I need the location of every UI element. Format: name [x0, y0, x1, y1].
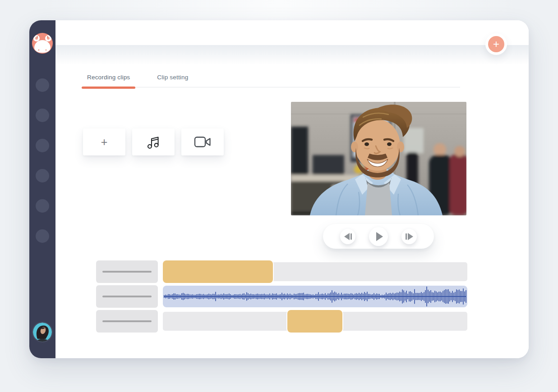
tab-active-indicator [82, 87, 135, 89]
audio-waveform-clip[interactable] [163, 286, 467, 307]
video-preview [291, 102, 466, 215]
timeline-clip[interactable] [287, 310, 342, 333]
track-lane [163, 260, 467, 283]
add-clip-button[interactable]: + [83, 128, 125, 155]
top-bar-shadow [55, 45, 529, 65]
plus-icon: + [101, 137, 108, 148]
timeline-row [96, 310, 467, 333]
tab-label: Recording clips [87, 74, 130, 81]
skip-forward-icon [408, 233, 413, 240]
track-lane [163, 310, 467, 333]
add-music-button[interactable] [132, 128, 175, 155]
video-camera-icon [194, 135, 212, 149]
skip-back-button[interactable] [340, 229, 355, 244]
plus-icon: + [493, 36, 499, 52]
timeline [96, 260, 467, 335]
add-video-button[interactable] [181, 128, 224, 155]
track-lane [163, 285, 467, 308]
tab-label: Clip setting [157, 74, 188, 81]
timeline-clip[interactable] [163, 260, 273, 283]
app-logo[interactable] [32, 33, 53, 54]
timeline-row [96, 260, 467, 283]
add-fab-button[interactable]: + [488, 36, 504, 52]
play-button[interactable] [369, 227, 388, 246]
timeline-row [96, 285, 467, 308]
page-background: + Recording clips Clip setting + [0, 0, 558, 392]
tab-clip-setting[interactable]: Clip setting [152, 73, 194, 87]
skip-back-icon [344, 233, 350, 240]
top-bar [55, 20, 529, 45]
drag-handle-icon [102, 320, 152, 322]
tab-bar: Recording clips Clip setting [82, 73, 460, 87]
app-window: + Recording clips Clip setting + [29, 20, 529, 358]
sidebar-nav-item[interactable] [36, 139, 49, 152]
music-note-icon [146, 134, 161, 150]
sidebar-nav-item[interactable] [36, 229, 49, 243]
main-panel: + Recording clips Clip setting + [55, 20, 529, 358]
play-icon [376, 232, 383, 241]
sidebar-nav-item[interactable] [36, 169, 49, 182]
fab-holder: + [485, 33, 507, 55]
video-preview-image [291, 102, 466, 215]
sidebar-nav-item[interactable] [36, 109, 49, 122]
sidebar [29, 20, 55, 358]
track-label-handle[interactable] [96, 310, 158, 333]
drag-handle-icon [102, 296, 152, 297]
waveform-graphic [163, 286, 467, 307]
user-photo-avatar-image [33, 323, 52, 342]
user-avatar[interactable] [33, 323, 52, 342]
sidebar-nav [29, 78, 55, 243]
sidebar-nav-item[interactable] [36, 78, 49, 92]
sidebar-nav-item[interactable] [36, 199, 49, 213]
track-label-handle[interactable] [96, 285, 158, 308]
track-label-handle[interactable] [96, 260, 158, 283]
tab-recording-clips[interactable]: Recording clips [82, 73, 135, 87]
playback-bar [323, 224, 434, 249]
clip-toolbar: + [83, 128, 224, 155]
skip-forward-button[interactable] [401, 229, 417, 244]
drag-handle-icon [102, 271, 152, 273]
